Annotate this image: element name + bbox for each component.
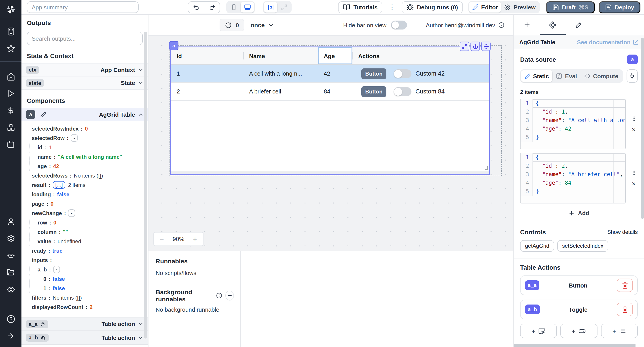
ctx-row[interactable]: ctx App Context bbox=[22, 63, 148, 76]
component-header-row[interactable]: a AgGrid Table bbox=[22, 108, 148, 121]
connect-plug-button[interactable] bbox=[626, 69, 638, 83]
desktop-view-button[interactable] bbox=[240, 2, 254, 12]
resize-handle[interactable] bbox=[485, 166, 488, 170]
add-toggle-action-button[interactable]: + bbox=[560, 324, 598, 338]
aggrid-table-component[interactable]: IdNameAgeActions 1A cell with a long n..… bbox=[170, 46, 490, 175]
see-documentation-link[interactable]: See documentation bbox=[577, 39, 639, 46]
undo-button[interactable] bbox=[188, 2, 204, 13]
row-action-toggle[interactable] bbox=[394, 87, 412, 96]
zoom-in-button[interactable]: + bbox=[192, 235, 198, 243]
grid-hscrollbar[interactable] bbox=[171, 171, 489, 174]
debug-runs-label: Debug runs (0) bbox=[417, 4, 458, 10]
ai-robot-icon[interactable] bbox=[0, 247, 22, 264]
action-id-badge[interactable]: a_b bbox=[525, 304, 540, 314]
debug-runs-button[interactable]: Debug runs (0) bbox=[402, 1, 463, 13]
favorites-icon[interactable] bbox=[0, 40, 22, 57]
variables-icon[interactable] bbox=[0, 102, 22, 119]
grid-cell-age[interactable]: 84 bbox=[318, 83, 352, 100]
schedules-icon[interactable] bbox=[0, 136, 22, 153]
delete-action-button[interactable] bbox=[617, 303, 633, 316]
row-action-toggle[interactable] bbox=[394, 69, 412, 78]
settings-icon[interactable] bbox=[0, 230, 22, 247]
add-item-button[interactable]: Add bbox=[569, 210, 590, 216]
refresh-button[interactable]: 0 bbox=[220, 19, 244, 31]
grid-row[interactable]: 1A cell with a long n...42ButtonCustom 4… bbox=[171, 65, 489, 83]
grid-column-header[interactable]: Age bbox=[318, 48, 352, 64]
prop-expand-chip[interactable]: [...] bbox=[52, 181, 65, 189]
expand-sidebar-icon[interactable] bbox=[0, 327, 22, 344]
eval-mode-tab[interactable]: Eval bbox=[552, 70, 581, 82]
compute-mode-tab[interactable]: Compute bbox=[580, 70, 622, 82]
resources-icon[interactable] bbox=[0, 119, 22, 136]
settings-scrollbar[interactable] bbox=[641, 38, 644, 219]
delete-item-icon[interactable]: × bbox=[632, 127, 636, 132]
more-menu-icon[interactable]: ⋮ bbox=[386, 3, 398, 11]
info-icon[interactable] bbox=[498, 22, 504, 28]
output-action-row[interactable]: a_aTable action bbox=[22, 317, 148, 331]
app-canvas[interactable]: a IdNameAgeActions 1A cell with a long n… bbox=[148, 35, 514, 251]
delete-item-icon[interactable]: × bbox=[632, 181, 636, 186]
component-tag[interactable]: a bbox=[169, 41, 178, 50]
grid-column-header[interactable]: Name bbox=[243, 48, 318, 64]
prop-expand-chip[interactable]: - bbox=[68, 209, 75, 217]
control-pill[interactable]: getAgGrid bbox=[520, 240, 554, 252]
edit-component-id-icon[interactable] bbox=[38, 110, 48, 120]
output-action-row[interactable]: a_bTable action bbox=[22, 331, 148, 345]
add-button-action-button[interactable]: + bbox=[520, 324, 557, 338]
fullwidth-layout-button[interactable] bbox=[277, 2, 291, 12]
hide-bar-toggle[interactable] bbox=[391, 20, 407, 30]
center-layout-button[interactable] bbox=[264, 2, 277, 12]
json-editor[interactable]: 1{2 "id": 1,3 "name": "A cell with a lon… bbox=[520, 99, 626, 149]
tab-insert-component[interactable] bbox=[514, 15, 540, 35]
anchor-component-icon[interactable] bbox=[470, 42, 480, 51]
user-icon[interactable] bbox=[0, 213, 22, 230]
row-action-button[interactable]: Button bbox=[361, 86, 386, 97]
zoom-out-button[interactable]: − bbox=[158, 235, 166, 243]
preview-tab[interactable]: Preview bbox=[501, 2, 539, 12]
add-background-runnable-button[interactable] bbox=[226, 291, 234, 300]
grid-cell-id[interactable]: 1 bbox=[171, 65, 243, 82]
mobile-view-button[interactable] bbox=[227, 2, 240, 12]
static-mode-tab[interactable]: Static bbox=[521, 70, 552, 82]
tab-styling[interactable] bbox=[566, 15, 592, 35]
prop-expand-chip[interactable]: - bbox=[71, 134, 78, 142]
audit-eye-icon[interactable] bbox=[0, 281, 22, 298]
deploy-button[interactable]: Deploy bbox=[598, 1, 640, 13]
help-icon[interactable] bbox=[0, 310, 22, 327]
show-details-link[interactable]: Show details bbox=[607, 229, 638, 235]
home-icon[interactable] bbox=[0, 68, 22, 85]
action-id-badge[interactable]: a_a bbox=[525, 280, 539, 290]
windmill-logo[interactable] bbox=[0, 0, 22, 19]
expand-component-icon[interactable] bbox=[460, 42, 469, 51]
control-pill[interactable]: setSelectedIndex bbox=[557, 240, 608, 252]
app-summary-input[interactable] bbox=[27, 1, 139, 13]
settings-hscrollbar[interactable] bbox=[514, 344, 636, 347]
draft-button[interactable]: Draft ⌘S bbox=[546, 1, 594, 13]
state-row[interactable]: state State bbox=[22, 76, 148, 90]
redo-button[interactable] bbox=[204, 2, 220, 13]
add-select-action-button[interactable]: + bbox=[601, 324, 638, 338]
editor-tab[interactable]: Editor bbox=[469, 2, 501, 12]
folders-icon[interactable] bbox=[0, 264, 22, 281]
grid-cell-id[interactable]: 2 bbox=[171, 83, 243, 100]
info-icon[interactable] bbox=[216, 292, 222, 299]
runs-icon[interactable] bbox=[0, 85, 22, 102]
grid-column-header[interactable]: Id bbox=[171, 48, 243, 64]
delete-action-button[interactable] bbox=[617, 278, 633, 292]
workspace-icon[interactable] bbox=[0, 23, 22, 40]
search-outputs-input[interactable] bbox=[27, 32, 143, 45]
prop-expand-chip[interactable]: - bbox=[53, 266, 60, 273]
json-editor[interactable]: 1{2 "id": 2,3 "name": "A briefer cell",4… bbox=[520, 153, 626, 204]
tab-component-settings[interactable] bbox=[540, 15, 566, 35]
outputs-scrollbar[interactable] bbox=[144, 32, 147, 338]
tutorials-button[interactable]: Tutorials bbox=[338, 1, 382, 13]
move-component-icon[interactable] bbox=[481, 42, 490, 51]
row-action-button[interactable]: Button bbox=[361, 68, 386, 79]
refresh-mode-dropdown[interactable]: once bbox=[250, 22, 274, 28]
grid-cell-age[interactable]: 42 bbox=[318, 65, 352, 82]
grid-row[interactable]: 2A briefer cell84ButtonCustom 84 bbox=[171, 83, 489, 100]
grid-cell-name[interactable]: A briefer cell bbox=[243, 83, 318, 100]
drag-handle-icon[interactable] bbox=[631, 116, 636, 122]
drag-handle-icon[interactable] bbox=[631, 170, 636, 176]
grid-cell-name[interactable]: A cell with a long n... bbox=[243, 65, 318, 82]
